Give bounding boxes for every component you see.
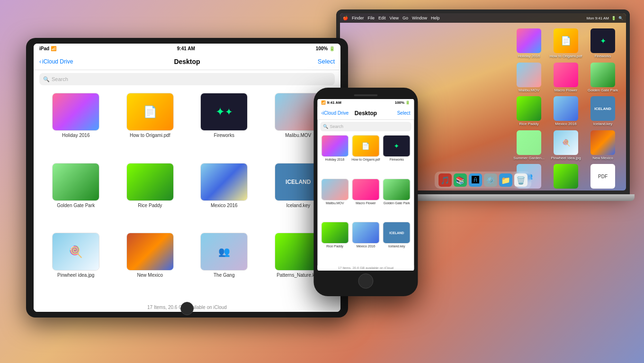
menubar-time: Mon 9:41 AM (587, 16, 609, 20)
ipad-file-fireworks[interactable]: ✦ Fireworks (189, 93, 259, 158)
ipad-statusbar: iPad 📶 9:41 AM 100% 🔋 (34, 44, 340, 53)
apple-menu-icon[interactable]: 🍎 (343, 16, 348, 20)
ipad-battery: 100% 🔋 (316, 46, 335, 51)
dock-settings[interactable]: ⚙️ (484, 173, 497, 187)
search-icon: 🔍 (43, 76, 50, 82)
mac-icon-iceland[interactable]: ICELAND Iceland.key (586, 96, 619, 127)
iphone-home-button[interactable] (358, 273, 373, 289)
dock-music[interactable]: 🎵 (438, 173, 452, 187)
iphone-statusbar: 📶 9:41 AM 100% 🔋 (317, 99, 414, 107)
ipad-file-origami[interactable]: 📄 How to Origami.pdf (116, 93, 185, 158)
menu-file[interactable]: File (368, 16, 375, 20)
ipad-status-left: iPad 📶 (39, 46, 56, 51)
ipad-file-ricepaddy[interactable]: Rice Paddy (116, 163, 185, 228)
menu-help[interactable]: Help (431, 16, 440, 20)
dock-finder[interactable]: 📁 (499, 173, 512, 187)
search-placeholder: Search (330, 124, 343, 129)
ipad-page-title: Desktop (174, 58, 200, 65)
iphone-file-ggpark[interactable]: Golden Gate Park (382, 179, 411, 220)
macbook-menubar: 🍎 Finder File Edit View Go Window Help M… (340, 13, 626, 23)
iphone-file-origami[interactable]: 📄 How to Origami.pdf (351, 135, 380, 177)
menubar-search-icon[interactable]: 🔍 (618, 16, 623, 20)
iphone-files-grid: Holiday 2016 📄 How to Origami.pdf ✦ Fire… (317, 133, 414, 265)
ipad-frame: iPad 📶 9:41 AM 100% 🔋 ‹ iCloud Drive Des… (26, 38, 348, 318)
search-placeholder: Search (52, 76, 68, 82)
ipad-file-newmexico[interactable]: New Mexico (116, 233, 185, 298)
mac-icon-rice[interactable]: Rice Paddy (512, 96, 546, 127)
mac-icon-macro[interactable]: Macro Flower (549, 63, 582, 93)
iphone-footer: 17 Items, 20.6 GB available on iCloud (317, 265, 414, 271)
mac-icon-malibu[interactable]: Malibu.MOV (512, 63, 546, 93)
dock-appstore[interactable]: 🅰 (469, 173, 482, 187)
iphone-speaker (354, 94, 377, 96)
menubar-right: Mon 9:41 AM 🔋 🔍 (587, 16, 623, 20)
mac-icon-patterns[interactable]: Patterns – Nature.key (549, 164, 582, 191)
search-icon: 🔍 (323, 124, 328, 129)
ipad-back-button[interactable]: ‹ iCloud Drive (39, 58, 73, 65)
mac-icon-newmexico[interactable]: New Mexico (586, 130, 619, 161)
chevron-left-icon: ‹ (39, 58, 41, 65)
ipad-time: 9:41 AM (177, 46, 195, 51)
ipad-file-mexico[interactable]: Mexico 2016 (189, 163, 259, 228)
mac-icon-mexico[interactable]: Mexico 2016 (549, 96, 582, 127)
ipad-select-button[interactable]: Select (318, 58, 335, 65)
mac-desktop-icons: Holiday 2016 📄 How to Origami.pdf ✦ Fire… (510, 27, 621, 191)
iphone-back-label: iCloud Drive (323, 110, 349, 116)
iphone-search-bar[interactable]: 🔍 Search (320, 122, 411, 131)
ipad-back-label: iCloud Drive (42, 58, 73, 65)
ipad-navbar: ‹ iCloud Drive Desktop Select (34, 53, 340, 70)
iphone-signal: 📶 9:41 AM (321, 100, 341, 105)
mac-icon-gg[interactable]: Golden Gate Park (586, 63, 619, 93)
mac-icon-fireworks[interactable]: ✦ Fireworks (586, 28, 619, 59)
ipad-file-holiday[interactable]: Holiday 2016 (41, 93, 111, 158)
iphone: 📶 9:41 AM 100% 🔋 ‹ iCloud Drive Desktop … (313, 88, 418, 296)
dock-books[interactable]: 📚 (454, 173, 467, 187)
menu-go[interactable]: Go (402, 16, 408, 20)
mac-icon-summer[interactable]: Summer Garden... (512, 130, 546, 161)
iphone-frame: 📶 9:41 AM 100% 🔋 ‹ iCloud Drive Desktop … (313, 88, 418, 296)
iphone-battery: 100% 🔋 (395, 100, 411, 105)
ipad-files-grid: Holiday 2016 📄 How to Origami.pdf ✦ Fire… (34, 88, 340, 303)
iphone-file-malibu[interactable]: Malibu.MOV (320, 179, 349, 220)
ipad-file-thegang[interactable]: 👥 The Gang (189, 233, 259, 298)
iphone-file-iceland[interactable]: ICELAND Iceland.key (382, 222, 411, 263)
menu-view[interactable]: View (390, 16, 399, 20)
iphone-file-ricepaddy[interactable]: Rice Paddy (320, 222, 349, 263)
ipad-file-ggpark[interactable]: Golden Gate Park (41, 163, 111, 228)
menu-window[interactable]: Window (412, 16, 427, 20)
ipad-search-bar[interactable]: 🔍 Search (39, 73, 335, 85)
mac-dock: 🎵 📚 🅰 ⚙️ 📁 🗑️ (435, 172, 531, 189)
menu-edit[interactable]: Edit (378, 16, 386, 20)
iphone-file-fireworks[interactable]: ✦ Fireworks (382, 135, 411, 177)
menubar-battery: 🔋 (611, 16, 616, 20)
ipad-screen: iPad 📶 9:41 AM 100% 🔋 ‹ iCloud Drive Des… (34, 44, 340, 312)
iphone-select-button[interactable]: Select (397, 110, 411, 116)
dock-trash[interactable]: 🗑️ (514, 173, 528, 187)
iphone-file-holiday[interactable]: Holiday 2016 (320, 135, 349, 177)
iphone-file-mexico[interactable]: Mexico 2016 (351, 222, 380, 263)
mac-icon-holiday[interactable]: Holiday 2016 (512, 28, 546, 59)
mac-icon-pinwheel[interactable]: 🍭 Pinwheel Idea.jpg (549, 130, 582, 161)
ipad: iPad 📶 9:41 AM 100% 🔋 ‹ iCloud Drive Des… (26, 38, 348, 322)
iphone-screen: 📶 9:41 AM 100% 🔋 ‹ iCloud Drive Desktop … (317, 99, 414, 271)
ipad-home-button[interactable] (180, 302, 194, 315)
mac-icon-origami[interactable]: 📄 How to Origami.pdf (549, 28, 582, 59)
menu-finder[interactable]: Finder (352, 16, 364, 20)
iphone-navbar: ‹ iCloud Drive Desktop Select (317, 107, 414, 120)
iphone-file-macro[interactable]: Macro Flower (351, 179, 380, 220)
iphone-page-title: Desktop (355, 110, 377, 117)
iphone-back-button[interactable]: ‹ iCloud Drive (321, 110, 349, 116)
mac-icon-kids[interactable]: PDF Kids Color Chart.pdf (586, 164, 619, 191)
ipad-file-pinwheel[interactable]: 🍭 Pinwheel idea.jpg (41, 233, 111, 298)
